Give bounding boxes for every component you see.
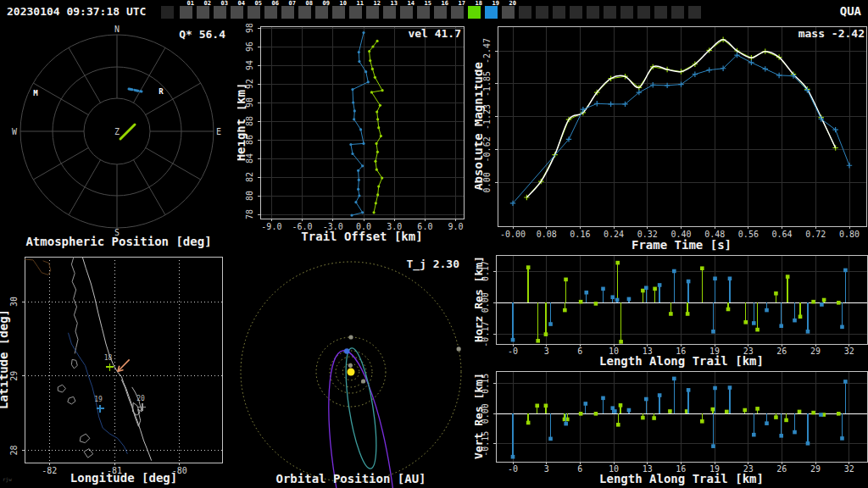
- frame-thumb-empty[interactable]: [570, 6, 582, 19]
- frame-thumb-empty[interactable]: [671, 6, 684, 19]
- x-tick-label: 0.16: [570, 230, 590, 239]
- station-19-point: [367, 80, 370, 83]
- frame-thumb-15[interactable]: 15: [417, 6, 430, 19]
- y-tick-label: 94: [245, 60, 254, 70]
- frame-thumb-11[interactable]: 11: [349, 6, 362, 19]
- x-tick-label: 32: [844, 347, 854, 356]
- frame-thumb-empty[interactable]: [536, 6, 548, 19]
- x-tick-label: 6: [577, 464, 582, 474]
- frame-thumb-empty[interactable]: [587, 6, 599, 19]
- frame-thumb-empty[interactable]: [654, 6, 667, 19]
- plot-frame: [496, 371, 867, 462]
- station-18-point: [371, 68, 374, 70]
- timestamp: 20230104 09:37:18 UTC: [7, 5, 146, 18]
- x-axis-title: Trail Offset [km]: [301, 230, 422, 243]
- frame-thumb-number: 11: [357, 1, 364, 7]
- frame-thumb-05[interactable]: 05: [248, 6, 260, 19]
- frame-thumb-20[interactable]: 20: [502, 6, 515, 19]
- meteor-analysis-screen: 20230104 09:37:18 UTC 010203040506070809…: [0, 0, 868, 488]
- polar-spoke: [134, 160, 166, 215]
- station-18-marker: [798, 314, 803, 319]
- frame-thumb-empty[interactable]: [519, 6, 531, 19]
- station-19-marker: [627, 408, 632, 413]
- compass-east: E: [216, 127, 221, 136]
- station-19-marker: [711, 330, 715, 334]
- y-tick-label: 28: [9, 445, 19, 455]
- station-18-marker: [774, 291, 778, 296]
- station-18-point: [370, 91, 373, 93]
- frame-thumb-02[interactable]: 02: [197, 6, 209, 19]
- x-axis-title: Frame Time [s]: [632, 238, 732, 252]
- station-19-marker: [583, 402, 587, 406]
- station-18-line: [370, 41, 383, 212]
- frame-thumb-06[interactable]: 06: [264, 6, 277, 19]
- y-axis-title: Vert Res [km]: [475, 373, 485, 459]
- frame-thumb-blank[interactable]: [161, 6, 174, 19]
- frame-thumb-08[interactable]: 08: [298, 6, 311, 19]
- atlantic-coast: [82, 256, 152, 461]
- frame-thumb-empty[interactable]: [637, 6, 650, 19]
- frame-thumb-12[interactable]: 12: [366, 6, 379, 19]
- x-axis-title: Length Along Trail [km]: [599, 354, 764, 368]
- station-19-point: [350, 214, 353, 217]
- intracoastal: [71, 256, 78, 354]
- station-18-point: [372, 211, 375, 214]
- frame-thumb-empty[interactable]: [553, 6, 565, 19]
- station-18-point: [379, 104, 381, 107]
- x-tick-label: -9.0: [261, 222, 281, 231]
- station-19-marker: [713, 276, 717, 280]
- frame-thumb-empty[interactable]: [688, 6, 701, 19]
- velocity-value: vel 41.7: [408, 27, 461, 40]
- compass-west: W: [12, 127, 18, 136]
- frame-thumb-16[interactable]: 16: [434, 6, 447, 19]
- frame-thumb-empty[interactable]: [620, 6, 633, 19]
- frame-thumb-18[interactable]: 18: [468, 6, 481, 19]
- station-19-marker: [511, 338, 515, 342]
- frame-thumb-01[interactable]: 01: [180, 6, 192, 19]
- frame-thumb-04[interactable]: 04: [231, 6, 243, 19]
- station-19-point: [358, 51, 360, 53]
- compass-north: N: [114, 25, 120, 34]
- station-18-marker: [544, 404, 548, 408]
- x-tick-label: 0.56: [738, 230, 759, 239]
- station-18-marker: [668, 409, 672, 413]
- station-19-label: 19: [94, 396, 103, 403]
- frame-thumb-13[interactable]: 13: [383, 6, 396, 19]
- frame-thumb-09[interactable]: 09: [315, 6, 328, 19]
- station-18-point: [377, 126, 380, 129]
- x-tick-label: -0.00: [500, 230, 526, 239]
- frame-thumb-17[interactable]: 17: [451, 6, 464, 19]
- station-19-marker: [752, 433, 756, 437]
- y-tick-label: 98: [245, 24, 254, 33]
- station-19-marker: [548, 437, 553, 441]
- station-18-marker: [755, 328, 760, 332]
- station-19-point: [353, 118, 355, 120]
- station-19-marker: [806, 330, 810, 334]
- station-19-point: [349, 143, 352, 146]
- frame-thumb-14[interactable]: 14: [400, 6, 413, 19]
- station-18-marker: [743, 320, 748, 324]
- x-axis-title: Longitude [deg]: [70, 471, 177, 485]
- mars-dot: [348, 335, 353, 339]
- station-18-marker: [784, 419, 788, 423]
- frame-thumb-empty[interactable]: [604, 6, 616, 19]
- panel-title: Orbital Position [AU]: [275, 472, 426, 485]
- y-tick-label: 96: [245, 42, 254, 52]
- station-18-marker: [669, 312, 673, 316]
- station-18-marker: [837, 412, 841, 416]
- frame-thumb-07[interactable]: 07: [281, 6, 294, 19]
- y-tick-label: -2.47: [482, 38, 492, 64]
- station-19-marker: [601, 287, 605, 291]
- frame-thumb-19[interactable]: 19: [485, 6, 498, 19]
- station-18-point: [380, 135, 382, 137]
- frame-thumb-number: 19: [492, 1, 499, 7]
- frame-thumb-03[interactable]: 03: [214, 6, 226, 19]
- lake-1: [58, 385, 65, 392]
- station-18-point: [375, 202, 377, 204]
- orbital-position-panel: T_j 2.30Orbital Position [AU]: [237, 252, 475, 488]
- station-18-marker: [755, 407, 760, 411]
- frame-thumb-10[interactable]: 10: [332, 6, 345, 19]
- x-tick-label: 0.24: [604, 230, 624, 239]
- station-19-marker: [819, 413, 823, 417]
- x-tick-label: 26: [776, 464, 787, 474]
